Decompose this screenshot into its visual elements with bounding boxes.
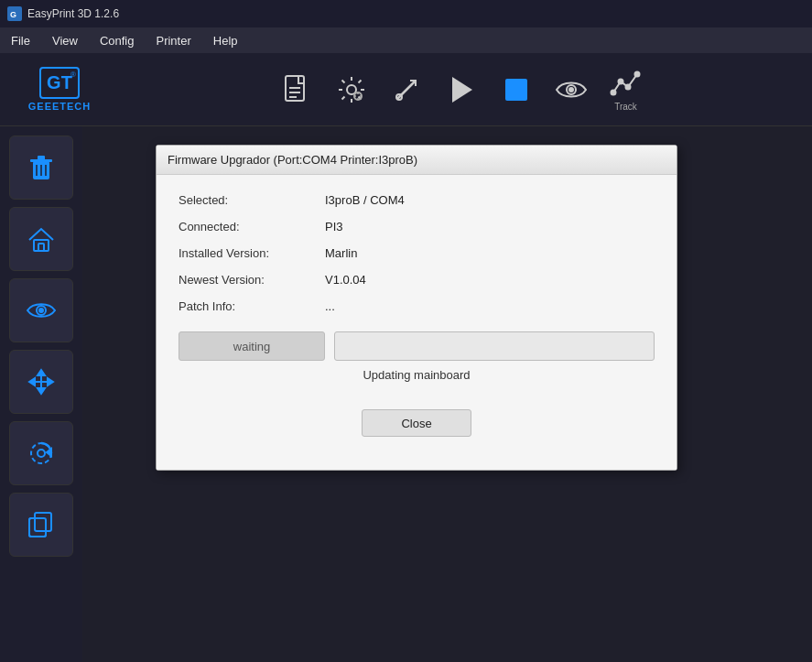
app-icon: G <box>7 6 22 21</box>
menu-help[interactable]: Help <box>210 32 242 49</box>
menu-config[interactable]: Config <box>96 32 138 49</box>
track-toolbar-btn[interactable]: Track <box>610 67 643 112</box>
logo-area: ® GT GEEETECH <box>18 67 101 112</box>
waiting-button[interactable]: waiting <box>179 331 325 361</box>
svg-line-8 <box>397 81 416 99</box>
info-table: Selected: I3proB / COM4 Connected: PI3 I… <box>179 193 655 313</box>
trash-sidebar-btn[interactable] <box>9 136 73 200</box>
connected-value: PI3 <box>325 220 343 233</box>
status-text: Updating mainboard <box>179 368 655 382</box>
rotate-sidebar-btn[interactable] <box>9 421 73 485</box>
settings-toolbar-btn[interactable] <box>335 73 368 106</box>
svg-point-14 <box>611 91 615 95</box>
toolbar: ® GT GEEETECH <box>0 53 812 126</box>
menu-bar: File View Config Printer Help <box>0 27 812 53</box>
newest-value: V1.0.04 <box>325 273 366 287</box>
dialog-footer: Close <box>179 400 655 451</box>
svg-point-13 <box>569 88 573 92</box>
installed-label: Installed Version: <box>179 246 325 260</box>
copy-sidebar-btn[interactable] <box>9 493 73 557</box>
newest-version-row: Newest Version: V1.0.04 <box>179 273 655 287</box>
firmware-dialog: Firmware Upgrador (Port:COM4 Printer:I3p… <box>156 145 677 471</box>
patch-label: Patch Info: <box>179 299 325 313</box>
connected-label: Connected: <box>179 220 325 233</box>
connected-row: Connected: PI3 <box>179 220 655 233</box>
sidebar <box>0 126 82 662</box>
logo-text: GEEETECH <box>28 101 92 112</box>
file-toolbar-btn[interactable] <box>280 73 313 106</box>
installed-version-row: Installed Version: Marlin <box>179 246 655 260</box>
svg-point-15 <box>618 80 623 84</box>
svg-marker-10 <box>452 77 472 103</box>
move-sidebar-btn[interactable] <box>9 350 73 414</box>
svg-marker-35 <box>47 449 51 456</box>
dialog-title-text: Firmware Upgrador (Port:COM4 Printer:I3p… <box>168 153 417 167</box>
main-content: Firmware Upgrador (Port:COM4 Printer:I3p… <box>82 126 812 662</box>
progress-bar-container <box>334 331 655 361</box>
newest-label: Newest Version: <box>179 273 325 287</box>
installed-value: Marlin <box>325 246 357 260</box>
view-sidebar-btn[interactable] <box>9 278 73 342</box>
view-toolbar-btn[interactable] <box>555 73 588 106</box>
dialog-body: Selected: I3proB / COM4 Connected: PI3 I… <box>157 175 677 470</box>
modal-overlay: Firmware Upgrador (Port:COM4 Printer:I3p… <box>82 126 812 662</box>
logo-box: ® GT <box>39 67 80 99</box>
toolbar-icons: Track <box>128 67 794 112</box>
track-label: Track <box>614 102 637 112</box>
menu-view[interactable]: View <box>49 32 81 49</box>
svg-rect-38 <box>35 513 51 531</box>
slice-toolbar-btn[interactable] <box>390 73 423 106</box>
svg-text:G: G <box>10 10 16 19</box>
dialog-title-bar: Firmware Upgrador (Port:COM4 Printer:I3p… <box>157 146 677 175</box>
svg-rect-25 <box>38 244 44 251</box>
svg-point-36 <box>38 450 45 457</box>
selected-value: I3proB / COM4 <box>325 193 405 207</box>
home-sidebar-btn[interactable] <box>9 207 73 271</box>
stop-toolbar-btn[interactable] <box>500 73 533 106</box>
menu-file[interactable]: File <box>7 32 34 49</box>
close-button[interactable]: Close <box>362 409 471 437</box>
svg-point-16 <box>625 85 630 90</box>
svg-rect-11 <box>505 79 527 101</box>
svg-point-17 <box>634 72 639 77</box>
play-toolbar-btn[interactable] <box>445 73 478 106</box>
svg-point-27 <box>39 309 43 312</box>
app-title: EasyPrint 3D 1.2.6 <box>27 7 119 20</box>
selected-row: Selected: I3proB / COM4 <box>179 193 655 207</box>
svg-rect-24 <box>34 240 49 251</box>
logo-gt: GT <box>47 72 72 93</box>
registered-mark: ® <box>70 71 76 79</box>
progress-area: waiting <box>179 331 655 361</box>
menu-printer[interactable]: Printer <box>152 32 194 49</box>
patch-info-row: Patch Info: ... <box>179 299 655 313</box>
patch-value: ... <box>325 299 335 313</box>
title-bar: G EasyPrint 3D 1.2.6 <box>0 0 812 27</box>
svg-rect-20 <box>38 156 45 160</box>
selected-label: Selected: <box>179 193 325 207</box>
